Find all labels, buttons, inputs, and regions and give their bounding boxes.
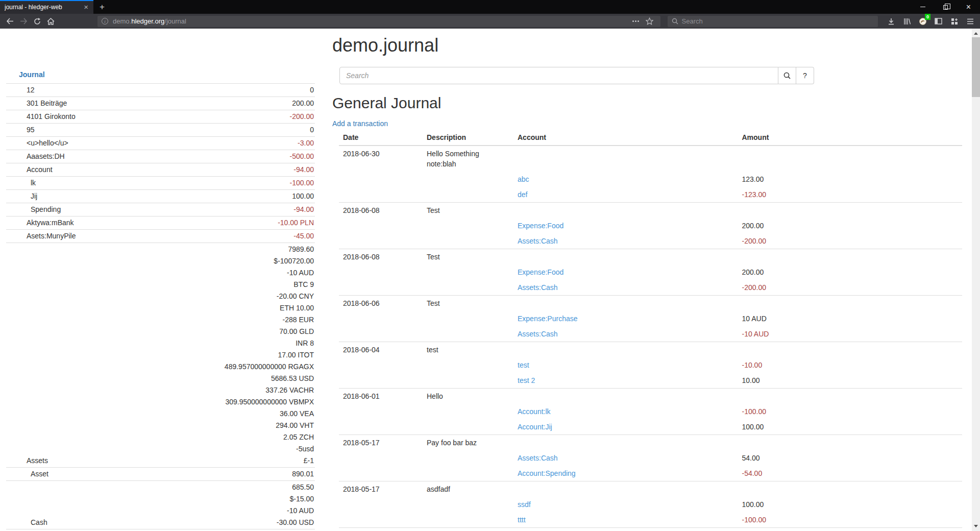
account-name-link[interactable]: 95: [6, 124, 35, 136]
scrollbar-thumb[interactable]: [972, 37, 980, 97]
account-name-link[interactable]: 301 Beiträge: [6, 98, 67, 109]
minimize-icon[interactable]: [911, 0, 934, 14]
new-tab-button[interactable]: +: [93, 0, 111, 14]
balance-amount: 294.00 VHT: [48, 420, 314, 431]
posting-account-link[interactable]: Account:Spending: [518, 469, 576, 477]
home-icon[interactable]: [44, 15, 58, 28]
transaction: 2018-06-08TestExpense:Food200.00Assets:C…: [339, 249, 962, 296]
balance-amount: 309.950000000000 VBMPX: [48, 396, 314, 408]
account-name-link[interactable]: 12: [6, 84, 35, 96]
posting-account-link[interactable]: def: [518, 190, 527, 199]
downloads-icon[interactable]: [884, 15, 898, 28]
back-icon[interactable]: [3, 15, 17, 28]
posting-amount: -200.00: [738, 280, 963, 296]
account-name-link[interactable]: Asets:MunyPile: [6, 230, 76, 242]
transaction: 2018-05-17Pay foo bar bazAssets:Cash54.0…: [339, 435, 962, 481]
journal-search-input[interactable]: [339, 67, 778, 84]
account-name-link[interactable]: 4101 Girokonto: [6, 111, 76, 123]
extension-icon[interactable]: 0: [916, 15, 929, 28]
posting-account-link[interactable]: Assets:Cash: [518, 283, 558, 292]
page-actions-icon[interactable]: [629, 20, 643, 22]
posting-account-link[interactable]: ssdf: [518, 500, 531, 509]
site-info-icon[interactable]: i: [102, 18, 108, 25]
page-scrollbar[interactable]: [972, 29, 980, 531]
posting-account-link[interactable]: abc: [518, 175, 529, 183]
sidebar-account-row: <u>hello</u>-3.00: [6, 136, 315, 150]
scroll-up-arrow-icon[interactable]: [972, 29, 980, 37]
posting-account-link[interactable]: Assets:Cash: [518, 454, 558, 462]
balance-amount: -10 AUD: [47, 505, 314, 517]
posting-amount: -123.00: [738, 187, 963, 203]
posting-account-link[interactable]: Expense:Food: [518, 268, 564, 276]
scroll-down-arrow-icon[interactable]: [972, 522, 980, 531]
transaction: 2018-06-06TestExpense:Purchase10 AUDAsse…: [339, 296, 962, 342]
sidebar-account-row: Cash685.50$-15.00-10 AUD-30.00 USD: [6, 480, 315, 529]
library-icon[interactable]: [900, 15, 914, 28]
account-name-link[interactable]: lk: [6, 177, 36, 189]
search-icon: [783, 72, 791, 79]
sidebar: Journal 120301 Beiträge200.004101 Giroko…: [0, 29, 327, 531]
posting-account-cell: abc: [513, 172, 738, 187]
browser-search-input[interactable]: [682, 17, 784, 25]
sidebar-journal-link[interactable]: Journal: [6, 69, 45, 81]
url-bar[interactable]: i demo.hledger.org/journal: [97, 16, 660, 27]
column-header-description: Description: [423, 130, 513, 146]
account-name-link[interactable]: Aaasets:DH: [6, 151, 65, 162]
browser-tab[interactable]: journal - hledger-web ×: [0, 0, 93, 14]
extension-badge: 0: [925, 14, 930, 20]
account-name-link[interactable]: Account: [6, 164, 53, 176]
sidebar-account-row: Assets7989.60$-100720.00-10 AUDBTC 9-20.…: [6, 243, 315, 467]
account-balance: 890.01: [48, 468, 315, 480]
balance-amount: 36.00 VEA: [48, 408, 314, 420]
account-balance: -94.00: [53, 164, 315, 176]
account-name-link[interactable]: Spending: [6, 204, 61, 215]
posting-account-link[interactable]: Account:Jij: [518, 423, 552, 431]
account-name-link[interactable]: Jij: [6, 190, 37, 202]
posting-account-link[interactable]: Account:lk: [518, 407, 551, 416]
browser-nav-bar: i demo.hledger.org/journal 0: [0, 14, 980, 29]
posting-account-link[interactable]: Expense:Purchase: [518, 315, 578, 323]
posting-account-cell: Account:Jij: [513, 419, 738, 435]
bookmark-star-icon[interactable]: [643, 15, 656, 28]
reload-icon[interactable]: [31, 15, 44, 28]
tab-title: journal - hledger-web: [5, 4, 82, 11]
posting-amount: 200.00: [738, 264, 963, 280]
posting-account-link[interactable]: test 2: [518, 376, 535, 384]
posting-account-cell: Assets:Cash: [513, 326, 738, 342]
add-transaction-link[interactable]: Add a transaction: [332, 118, 388, 129]
account-name-link[interactable]: <u>hello</u>: [6, 137, 68, 149]
posting-account-cell: def: [513, 187, 738, 203]
posting-account-cell: test: [513, 357, 738, 373]
journal-search-button[interactable]: [778, 67, 796, 84]
menu-hamburger-icon[interactable]: [963, 15, 977, 28]
posting-account-link[interactable]: test: [518, 361, 529, 369]
account-name-link[interactable]: Assets: [6, 455, 48, 467]
posting-account-cell: Account:lk: [513, 404, 738, 419]
account-name-link[interactable]: Asset: [6, 468, 48, 480]
account-name-link[interactable]: Aktywa:mBank: [6, 217, 74, 229]
posting-account-link[interactable]: Assets:Cash: [518, 237, 558, 245]
restore-icon[interactable]: [934, 0, 957, 14]
tab-close-icon[interactable]: ×: [82, 2, 90, 12]
transaction-date: 2018-06-04: [339, 342, 423, 358]
close-icon[interactable]: ×: [957, 0, 980, 14]
forward-icon[interactable]: [17, 15, 31, 28]
balance-amount: £-1: [48, 455, 314, 467]
account-name-link[interactable]: Cash: [6, 517, 47, 528]
search-help-button[interactable]: ?: [796, 67, 814, 84]
transaction-description: Test: [423, 249, 513, 265]
balance-amount: -20.00 CNY: [48, 291, 314, 302]
sidebar-account-row: Account-94.00: [6, 163, 315, 176]
sidebar-account-row: Spending-94.00: [6, 203, 315, 216]
sidebar-account-row: Aktywa:mBank-10.00 PLN: [6, 216, 315, 229]
browser-tab-bar: journal - hledger-web × + ×: [0, 0, 980, 14]
posting-amount: -10.00: [738, 357, 963, 373]
posting-account-link[interactable]: Expense:Food: [518, 222, 564, 230]
transaction-description: Test: [423, 296, 513, 311]
browser-search-bar[interactable]: [668, 16, 878, 27]
posting-account-link[interactable]: tttt: [518, 516, 526, 524]
extensions-grid-icon[interactable]: [947, 15, 961, 28]
account-balance: 7989.60$-100720.00-10 AUDBTC 9-20.00 CNY…: [48, 244, 315, 467]
posting-account-link[interactable]: Assets:Cash: [518, 330, 558, 338]
sidebar-toggle-icon[interactable]: [932, 15, 945, 28]
